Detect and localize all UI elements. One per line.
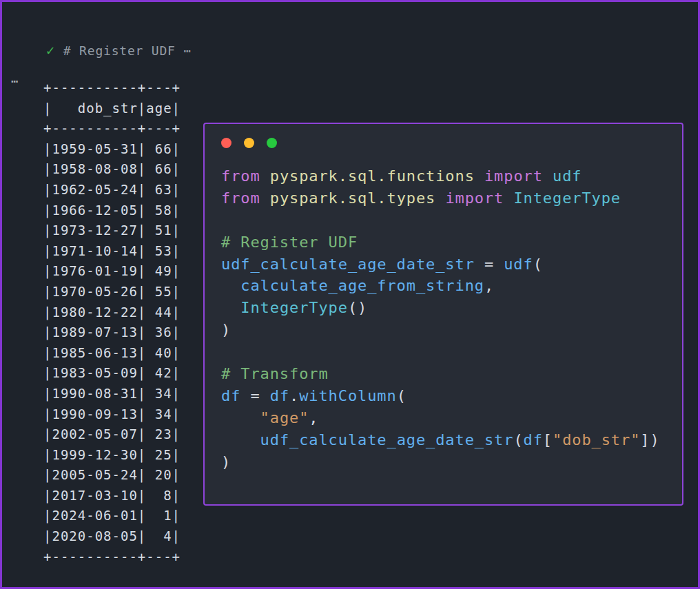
minimize-icon[interactable] — [244, 138, 254, 148]
traffic-lights — [205, 124, 682, 148]
collapsed-cell-label[interactable]: # Register UDF ⋯ — [63, 43, 192, 58]
code-line: df = df.withColumn( — [221, 385, 682, 407]
code-line — [221, 341, 682, 363]
code-snippet-window: from pyspark.sql.functions import udffro… — [203, 123, 683, 506]
code-line: calculate_age_from_string, — [221, 275, 682, 297]
output-table: +----------+---+ | dob_str|age| +-------… — [43, 78, 181, 567]
code-editor: from pyspark.sql.functions import udffro… — [221, 165, 682, 473]
code-line: "age", — [221, 407, 682, 429]
close-icon[interactable] — [221, 138, 231, 148]
code-line: # Register UDF — [221, 231, 682, 254]
code-line: ) — [221, 451, 682, 473]
success-check-icon: ✓ — [46, 42, 55, 59]
code-line: from pyspark.sql.functions import udf — [221, 165, 682, 187]
code-line: # Transform — [221, 363, 682, 385]
code-line: IntegerType() — [221, 297, 682, 319]
code-line: ) — [221, 319, 682, 341]
collapsed-cell-status[interactable]: ✓ # Register UDF ⋯ — [46, 42, 192, 59]
code-line: udf_calculate_age_date_str(df["dob_str"]… — [221, 429, 682, 451]
code-line — [221, 209, 682, 231]
zoom-icon[interactable] — [267, 138, 277, 148]
code-line: udf_calculate_age_date_str = udf( — [221, 254, 682, 276]
code-line: from pyspark.sql.types import IntegerTyp… — [221, 187, 682, 209]
gutter-ellipsis-icon[interactable]: ⋯ — [11, 74, 19, 88]
